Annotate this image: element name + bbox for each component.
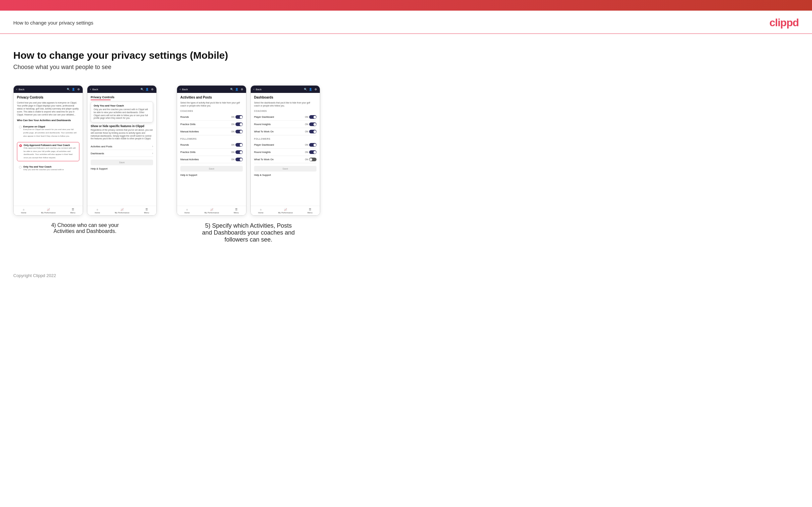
save-button-4[interactable]: Save [254,166,316,172]
settings-icon-2[interactable]: ⚙ [150,88,154,91]
section-label-who: Who Can See Your Activities and Dashboar… [17,119,80,122]
followers-whattowork-label: What To Work On [254,158,274,161]
activities-posts-heading: Activities and Posts [180,96,243,99]
tab-underline [91,100,111,100]
followers-whattowork-toggle[interactable]: ON [305,158,316,161]
bottom-nav-home-2[interactable]: ⌂ Home [95,208,100,214]
save-button-2[interactable]: Save [91,160,153,165]
followers-drills-toggle[interactable]: ON [231,150,243,154]
option-everyone[interactable]: Everyone on Clippd Everyone on Clippd ca… [17,124,80,139]
followers-playerdash-row: Player Dashboard ON [254,142,316,149]
phone-nav-3: ‹ Back 🔍 👤 ⚙ [177,86,246,93]
coaches-drills-row: Practice Drills ON [180,121,243,128]
bottom-nav-perf-1[interactable]: 📈 My Performance [41,208,55,214]
phone-bottom-nav-3: ⌂ Home 📈 My Performance ☰ Menu [177,206,246,215]
followers-roundinsights-toggle[interactable]: ON [305,150,316,154]
header-title: How to change your privacy settings [13,20,93,25]
settings-icon-4[interactable]: ⚙ [314,88,317,91]
coaches-playerdash-toggle[interactable]: ON [305,115,316,119]
list-item-dashboards-arrow: › [152,152,153,155]
bottom-nav-home-1[interactable]: ⌂ Home [21,208,26,214]
home-label-3: Home [184,212,190,214]
search-icon-1[interactable]: 🔍 [67,88,70,91]
back-chevron-icon-4[interactable]: ‹ [253,88,254,91]
person-icon-1[interactable]: 👤 [72,88,75,91]
caption-step5: 5) Specify which Activities, Posts and D… [202,222,295,243]
followers-drills-label: Practice Drills [180,151,196,154]
bottom-nav-perf-3[interactable]: 📈 My Performance [204,208,219,214]
followers-rounds-row: Rounds ON [180,142,243,149]
followers-playerdash-toggle[interactable]: ON [305,143,316,147]
nav-back-label-2: Back [92,88,98,91]
back-chevron-icon-2[interactable]: ‹ [90,88,91,91]
bottom-nav-perf-2[interactable]: 📈 My Performance [114,208,129,214]
option-only-you[interactable]: Only You and Your Coach Only you and the… [17,164,80,173]
step4-phones: ‹ Back 🔍 👤 ⚙ Privacy Controls Control ho… [13,85,157,216]
menu-icon-2: ☰ [144,208,149,211]
followers-section-label-4: FOLLOWERS [254,138,316,140]
help-support-label-4: Help & Support [254,174,316,176]
phone-nav-4: ‹ Back 🔍 👤 ⚙ [251,86,320,93]
option-approved-followers[interactable]: Only Approved Followers and Your Coach O… [17,142,80,161]
coaches-roundinsights-row: Round Insights ON [254,121,316,128]
search-icon-2[interactable]: 🔍 [141,88,144,91]
menu-label-2: Menu [144,212,149,214]
bottom-nav-home-3[interactable]: ⌂ Home [184,208,190,214]
phone-nav-1: ‹ Back 🔍 👤 ⚙ [14,86,83,93]
chart-icon-1: 📈 [46,208,50,211]
coaches-whattowork-toggle[interactable]: ON [305,130,316,133]
settings-icon-1[interactable]: ⚙ [77,88,80,91]
bottom-nav-menu-1[interactable]: ☰ Menu [70,208,75,214]
bottom-nav-home-4[interactable]: ⌂ Home [258,208,263,214]
coaches-manual-toggle[interactable]: ON [231,130,243,133]
back-chevron-icon[interactable]: ‹ [16,88,17,91]
followers-manual-toggle[interactable]: ON [231,158,243,161]
radio-everyone [19,126,21,128]
list-item-dashboards[interactable]: Dashboards › [91,150,153,157]
coaches-section-label-3: COACHES [180,110,243,112]
popup-desc: Only you and the coaches you connect wit… [94,108,150,120]
coaches-drills-toggle[interactable]: ON [231,122,243,126]
coaches-roundinsights-toggle[interactable]: ON [305,122,316,126]
top-bar [0,0,812,11]
privacy-controls-desc: Control how you and your data appears to… [17,101,80,116]
nav-back-label-3: Back [182,88,188,91]
search-icon-3[interactable]: 🔍 [230,88,234,91]
option-everyone-label: Everyone on Clippd [23,125,78,128]
phone-screen-2: ‹ Back 🔍 👤 ⚙ Privacy Controls [87,85,157,216]
bottom-nav-menu-4[interactable]: ☰ Menu [308,208,312,214]
phone-bottom-nav-1: ⌂ Home 📈 My Performance ☰ Menu [14,206,83,215]
chart-icon-2: 📈 [119,208,124,211]
home-label-2: Home [95,212,100,214]
list-item-activities[interactable]: Activities and Posts › [91,143,153,150]
person-icon-4[interactable]: 👤 [309,88,312,91]
home-icon-1: ⌂ [21,208,26,211]
dashboards-desc: Select the dashboards that you'd like to… [254,101,316,107]
coaches-drills-label: Practice Drills [180,123,196,126]
page-subheading: Choose what you want people to see [13,64,799,71]
settings-icon-3[interactable]: ⚙ [240,88,244,91]
search-icon-4[interactable]: 🔍 [304,88,307,91]
coaches-whattowork-row: What To Work On ON [254,128,316,135]
bottom-nav-perf-4[interactable]: 📈 My Performance [278,208,293,214]
back-chevron-icon-3[interactable]: ‹ [180,88,181,91]
bottom-nav-menu-2[interactable]: ☰ Menu [144,208,149,214]
followers-roundinsights-label: Round Insights [254,151,271,154]
person-icon-3[interactable]: 👤 [235,88,239,91]
followers-rounds-label: Rounds [180,143,189,146]
show-hide-heading: Show or hide specific features in Clippd [91,124,153,128]
phone-body-2: Privacy Controls Only You and Your Coach… [87,93,156,206]
step4-group: ‹ Back 🔍 👤 ⚙ Privacy Controls Control ho… [13,85,157,234]
home-icon-4: ⌂ [258,208,263,211]
help-support-label-3: Help & Support [180,174,243,176]
bottom-nav-menu-3[interactable]: ☰ Menu [234,208,239,214]
show-hide-desc: Regardless of the privacy controls that … [91,129,153,140]
person-icon-2[interactable]: 👤 [146,88,149,91]
copyright-text: Copyright Clippd 2022 [13,273,56,278]
save-button-3[interactable]: Save [180,166,243,172]
coaches-rounds-toggle[interactable]: ON [231,115,243,119]
option-approved-desc: Only approved followers and coaches you … [23,147,75,159]
coaches-roundinsights-label: Round Insights [254,123,271,126]
option-approved-label: Only Approved Followers and Your Coach [23,144,77,146]
followers-rounds-toggle[interactable]: ON [231,143,243,147]
